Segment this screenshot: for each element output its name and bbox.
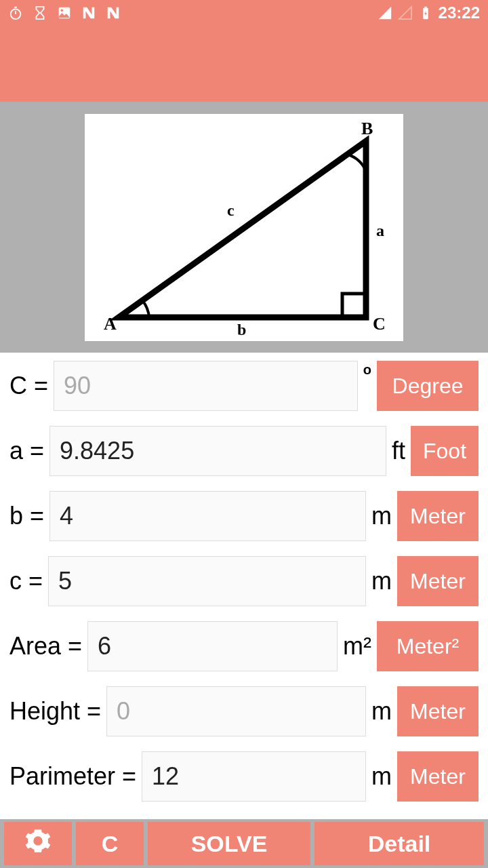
side-a-input[interactable] <box>49 426 386 476</box>
svg-rect-8 <box>342 294 366 317</box>
hourglass-icon <box>33 5 47 20</box>
angle-c-input[interactable] <box>54 361 358 411</box>
n-icon-2 <box>106 5 121 20</box>
perimeter-suffix: m <box>371 762 392 791</box>
perimeter-input[interactable] <box>142 751 366 802</box>
row-b: b = m Meter <box>9 491 479 541</box>
vertex-c-label: C <box>373 314 386 334</box>
side-c-label: c <box>227 201 235 219</box>
app-header <box>0 26 488 102</box>
row-a: a = ft Foot <box>9 426 479 476</box>
side-c-suffix: m <box>371 567 392 595</box>
row-area: Area = m² Meter² <box>9 621 479 671</box>
side-b-label: b <box>237 321 246 338</box>
clock-label: 23:22 <box>439 3 480 22</box>
detail-button[interactable]: Detail <box>314 822 484 865</box>
side-a-field-label: a = <box>9 437 44 465</box>
side-b-input[interactable] <box>49 491 366 541</box>
form-area: C = o Degree a = ft Foot b = m Meter c =… <box>0 353 488 802</box>
angle-c-unit-button[interactable]: Degree <box>377 361 479 411</box>
triangle-diagram: A B C a b c <box>85 114 403 341</box>
perimeter-label: Parimeter = <box>9 762 136 791</box>
area-label: Area = <box>9 632 82 660</box>
side-a-unit-button[interactable]: Foot <box>411 426 479 476</box>
clear-button[interactable]: C <box>76 822 144 865</box>
signal-icon <box>378 5 392 20</box>
status-bar: 23:22 <box>0 0 488 26</box>
n-icon-1 <box>81 5 96 20</box>
side-a-suffix: ft <box>392 437 405 465</box>
side-a-label: a <box>376 222 384 239</box>
area-unit-button[interactable]: Meter² <box>377 621 479 671</box>
status-right: 23:22 <box>378 3 480 22</box>
side-c-unit-button[interactable]: Meter <box>397 556 479 606</box>
row-perimeter: Parimeter = m Meter <box>9 751 479 802</box>
bottom-bar: C SOLVE Detail <box>0 819 488 868</box>
side-b-field-label: b = <box>9 502 44 530</box>
height-suffix: m <box>371 697 392 726</box>
side-c-input[interactable] <box>48 556 366 606</box>
angle-c-suffix: o <box>363 372 371 400</box>
status-left-icons <box>8 5 121 20</box>
solve-button[interactable]: SOLVE <box>148 822 310 865</box>
height-unit-button[interactable]: Meter <box>397 686 479 736</box>
height-label: Height = <box>9 697 101 726</box>
svg-rect-6 <box>424 7 427 8</box>
side-c-field-label: c = <box>9 567 43 595</box>
timer-icon <box>8 5 23 20</box>
area-input[interactable] <box>87 621 338 671</box>
svg-point-4 <box>61 9 64 12</box>
vertex-b-label: B <box>361 119 373 138</box>
picture-icon <box>57 5 72 20</box>
row-height: Height = m Meter <box>9 686 479 736</box>
side-b-suffix: m <box>371 502 392 530</box>
settings-button[interactable] <box>4 822 72 865</box>
area-suffix: m² <box>343 632 371 660</box>
diagram-area: A B C a b c <box>0 102 488 353</box>
vertex-a-label: A <box>104 314 117 334</box>
height-input[interactable] <box>106 686 366 736</box>
perimeter-unit-button[interactable]: Meter <box>397 751 479 802</box>
row-angle-c: C = o Degree <box>9 361 479 411</box>
side-b-unit-button[interactable]: Meter <box>397 491 479 541</box>
svg-marker-7 <box>119 141 366 317</box>
gear-icon <box>24 827 52 860</box>
row-c: c = m Meter <box>9 556 479 606</box>
angle-c-label: C = <box>9 372 48 400</box>
battery-charging-icon <box>418 5 433 20</box>
signal-empty-icon <box>398 5 413 20</box>
svg-rect-1 <box>14 7 17 8</box>
